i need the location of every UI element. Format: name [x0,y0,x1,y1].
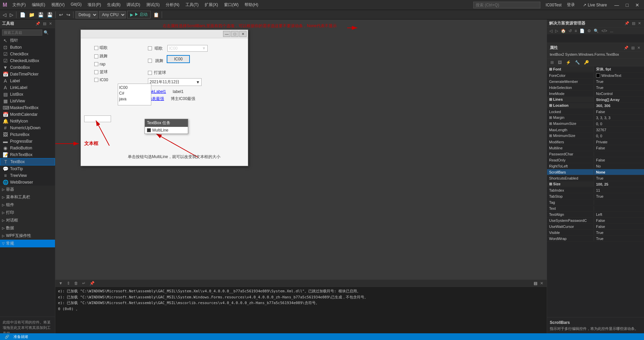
cb-lanqiu-box[interactable] [94,70,98,74]
live-share-button[interactable]: ↗ Live Share [580,2,609,8]
se-forward-btn[interactable]: ▷ [554,28,559,34]
toolbox-item-radiobutton[interactable]: ◉ RadioButton [0,145,55,151]
output-scroll-lock[interactable]: ⇕ [65,281,71,286]
se-filter-btn[interactable]: 🔍 [593,28,600,34]
prop-font[interactable]: ⊞ Font 宋体, 9pt [547,66,644,72]
toolbox-close-btn[interactable]: ✕ [48,21,53,26]
toolbox-item-treeview[interactable]: ≡ TreeView [0,172,55,179]
prop-tabstop[interactable]: TabStop True [547,193,644,199]
login-btn[interactable]: 登录 [564,1,578,8]
toolbox-item-linklabel[interactable]: A LinkLabel [0,84,55,91]
undo-btn[interactable]: ↩ [58,11,64,18]
cb-rap-box[interactable] [94,62,98,66]
toolbox-item-checkedlistbox[interactable]: ☑ CheckedListBox [0,57,55,64]
toolbox-item-button[interactable]: ⊡ Button [0,44,55,51]
menu-git[interactable]: Git(G) [68,1,85,8]
multiline-textbox[interactable]: IC00 C# java [118,84,151,105]
form-close-btn[interactable]: ✕ [239,31,247,37]
platform-select[interactable]: Any CPU [99,11,126,18]
prop-wordwrap[interactable]: WordWrap True [547,236,644,242]
cb-lanqiu[interactable]: 篮球 [94,69,108,75]
prop-passwordchar[interactable]: PasswordChar [547,151,644,157]
debug-config-select[interactable]: Debug [75,11,98,18]
output-pin[interactable]: 📌 [88,281,96,286]
output-dock-btn[interactable]: ▤ [534,281,537,286]
se-refresh-btn[interactable]: ↺ [568,28,573,34]
start-debug-btn[interactable]: ▶ ▶ 启动 [127,11,151,18]
git-btn[interactable]: 📋 [152,11,160,18]
prop-hideselection[interactable]: HideSelection True [547,85,644,91]
props-pin-btn[interactable]: 📌 [623,46,630,50]
toolbox-item-combobox[interactable]: ▼ ComboBox [0,64,55,71]
toolbox-item-notifyicon[interactable]: 🔔 NotifyIcon [0,118,55,125]
prop-imemode[interactable]: ImeMode NoControl [547,91,644,97]
toolbox-item-listbox[interactable]: ▤ ListBox [0,91,55,98]
cb-changge2-box[interactable] [148,46,152,50]
prop-forecolor[interactable]: ForeColor WindowText [547,72,644,79]
menu-extend[interactable]: 扩展(X) [202,1,221,8]
cb-tiaowu[interactable]: 跳舞 [94,53,108,59]
prop-size[interactable]: ⊞ Size 100, 25 [547,181,644,187]
prop-scrollbars[interactable]: ScrollBars None [547,169,644,175]
menu-help[interactable]: 帮助(H) [242,1,261,8]
se-close-btn[interactable]: ✕ [637,21,642,26]
se-newfile-btn[interactable]: 📄 [579,28,586,34]
prop-readonly[interactable]: ReadOnly False [547,157,644,163]
se-back-btn[interactable]: ◁ [548,28,553,34]
toolbox-item-pointer[interactable]: ↖ 指针 [0,37,55,44]
datepicker-control[interactable]: 2021年11月12日 ▼ [148,78,202,86]
toolbox-item-checkbox[interactable]: ☑ CheckBox [0,51,55,57]
prop-righttoleft[interactable]: RightToLeft No [547,163,644,169]
single-textbox[interactable] [84,115,111,122]
textbox-task-multiline[interactable]: MultiLine [145,127,188,134]
menu-tools[interactable]: 工具(T) [183,1,201,8]
menu-build[interactable]: 生成(B) [104,1,123,8]
prop-margin[interactable]: ⊞ Margin 3, 3, 3, 3 [547,115,644,121]
prop-modifiers[interactable]: Modifiers Private [547,139,644,145]
toolbox-cat-data[interactable]: ▷ 数据 [0,224,55,232]
redo-btn[interactable]: ↪ [65,11,72,18]
toolbox-dock-btn[interactable]: ▤ [42,21,47,26]
se-home-btn[interactable]: 🏠 [560,28,567,34]
combobox-control[interactable]: IC00 ▼ [167,45,208,52]
toolbox-pin-btn[interactable]: 📌 [35,21,41,26]
toolbox-item-richtextbox[interactable]: 📝 RichTextBox [0,151,55,158]
forward-btn[interactable]: ▷ [8,11,15,18]
menu-view[interactable]: 视图(V) [49,1,67,8]
toolbox-item-listview[interactable]: ▦ ListView [0,98,55,104]
props-close-btn[interactable]: ✕ [636,46,641,50]
prop-usesyspassword[interactable]: UseSystemPasswordC False [547,217,644,224]
cb-dalan-box[interactable] [148,71,152,75]
prop-usewaitcursor[interactable]: UseWaitCursor False [547,224,644,230]
prop-text[interactable]: Text [547,205,644,211]
prop-props-btn[interactable]: ⚡ [565,60,572,65]
cb-rap[interactable]: rap [94,62,108,66]
prop-multiline[interactable]: Multiline False [547,145,644,151]
toolbox-cat-general[interactable]: ▽ 常规 [0,240,55,247]
new-btn[interactable]: 📄 [18,11,27,18]
design-canvas[interactable]: 右击属性选择ScrollBars,里面有四个选项，可以根据你的需求选这要不要滚动… [55,19,547,280]
prop-locked[interactable]: Locked False [547,109,644,115]
prop-visible[interactable]: Visible True [547,230,644,236]
menu-debug[interactable]: 调试(D) [124,1,143,8]
output-clear[interactable]: 🗑 [73,281,79,286]
cb-tiaowu-box[interactable] [94,54,98,58]
se-collapse-btn[interactable]: ≡ [574,28,578,34]
prop-generatemember[interactable]: GenerateMember True [547,79,644,85]
toolbox-cat-container[interactable]: ▷ 容器 [0,186,55,193]
se-props-btn[interactable]: ⚙ [586,28,592,34]
save-all-btn[interactable]: 💾 [46,11,54,18]
toolbox-cat-components[interactable]: ▷ 组件 [0,201,55,209]
prop-maxlength[interactable]: MaxLength 32767 [547,127,644,133]
menu-analyze[interactable]: 分析(N) [163,1,182,8]
prop-tabindex[interactable]: TabIndex 11 [547,187,644,193]
search-input[interactable] [473,2,540,8]
open-btn[interactable]: 📁 [28,11,36,18]
save-btn[interactable]: 💾 [37,11,45,18]
output-dropdown[interactable]: ▼ [57,281,64,286]
toolbox-item-numericupdown[interactable]: # NumericUpDown [0,125,55,131]
prop-lines[interactable]: ⊞ Lines String[] Array [547,97,644,103]
menu-project[interactable]: 项目(P) [85,1,104,8]
prop-textalign[interactable]: TextAlign Left [547,211,644,217]
se-pin-btn[interactable]: 📌 [624,21,630,26]
